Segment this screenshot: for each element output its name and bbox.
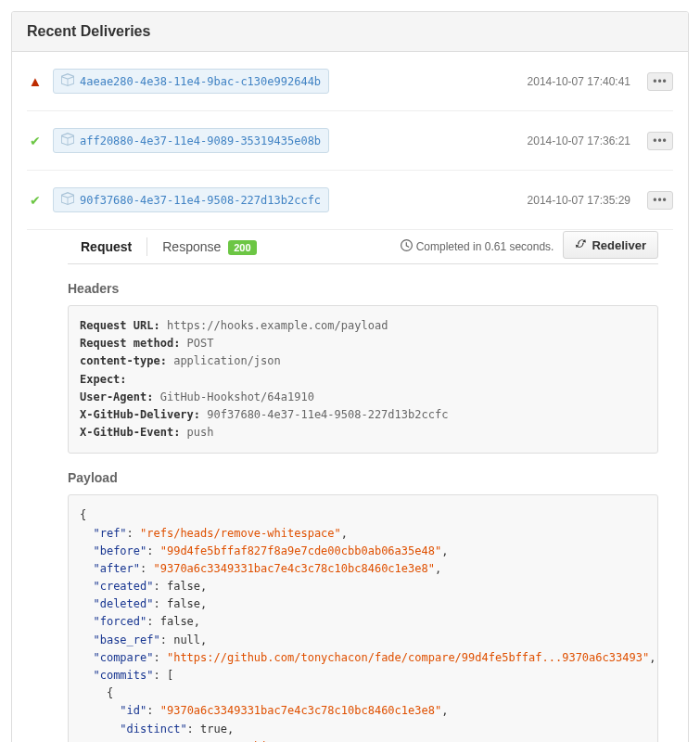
check-icon: ✔ [27, 134, 44, 148]
deliveries-list: ▲ 4aeae280-4e38-11e4-9bac-c130e992644b 2… [12, 52, 688, 742]
package-icon [61, 73, 74, 89]
tab-bar: Request Response 200 Completed in 0.61 s… [68, 230, 658, 264]
delivery-uuid: aff20880-4e37-11e4-9089-35319435e08b [80, 134, 321, 147]
payload-section-title: Payload [68, 470, 658, 485]
uuid-block[interactable]: aff20880-4e37-11e4-9089-35319435e08b [53, 128, 329, 153]
delivery-uuid: 90f37680-4e37-11e4-9508-227d13b2ccfc [80, 194, 321, 207]
delivery-timestamp: 2014-10-07 17:36:21 [528, 134, 630, 147]
delivery-uuid: 4aeae280-4e38-11e4-9bac-c130e992644b [80, 75, 321, 88]
tab-response-label: Response [162, 239, 221, 254]
status-badge: 200 [228, 240, 256, 255]
sync-icon [575, 237, 587, 252]
panel-title: Recent Deliveries [27, 23, 673, 40]
more-actions-button[interactable]: ••• [647, 191, 673, 210]
alert-icon: ▲ [27, 73, 44, 89]
uuid-block[interactable]: 4aeae280-4e38-11e4-9bac-c130e992644b [53, 69, 329, 94]
more-actions-button[interactable]: ••• [647, 132, 673, 150]
delivery-timestamp: 2014-10-07 17:40:41 [528, 75, 630, 88]
uuid-block[interactable]: 90f37680-4e37-11e4-9508-227d13b2ccfc [53, 187, 329, 212]
redeliver-label: Redeliver [592, 238, 646, 252]
package-icon [61, 192, 74, 208]
delivery-row[interactable]: ✔ 90f37680-4e37-11e4-9508-227d13b2ccfc 2… [27, 171, 673, 230]
payload-box: { "ref": "refs/heads/remove-whitespace",… [68, 494, 658, 742]
recent-deliveries-panel: Recent Deliveries ▲ 4aeae280-4e38-11e4-9… [11, 11, 689, 742]
delivery-detail: Request Response 200 Completed in 0.61 s… [68, 230, 658, 742]
package-icon [61, 133, 74, 148]
tab-separator [146, 237, 147, 256]
headers-box: Request URL: https://hooks.example.com/p… [68, 305, 658, 454]
tab-response[interactable]: Response 200 [149, 230, 269, 263]
redeliver-button[interactable]: Redeliver [563, 231, 658, 259]
more-actions-button[interactable]: ••• [647, 72, 673, 91]
completed-text: Completed in 0.61 seconds. [416, 240, 554, 253]
clock-icon [401, 239, 413, 254]
delivery-row[interactable]: ▲ 4aeae280-4e38-11e4-9bac-c130e992644b 2… [27, 52, 673, 111]
delivery-row[interactable]: ✔ aff20880-4e37-11e4-9089-35319435e08b 2… [27, 111, 673, 171]
tab-request[interactable]: Request [68, 230, 145, 263]
delivery-timestamp: 2014-10-07 17:35:29 [528, 194, 630, 207]
completed-label: Completed in 0.61 seconds. [401, 239, 554, 254]
check-icon: ✔ [27, 193, 44, 208]
panel-header: Recent Deliveries [12, 12, 688, 52]
headers-section-title: Headers [68, 281, 658, 296]
